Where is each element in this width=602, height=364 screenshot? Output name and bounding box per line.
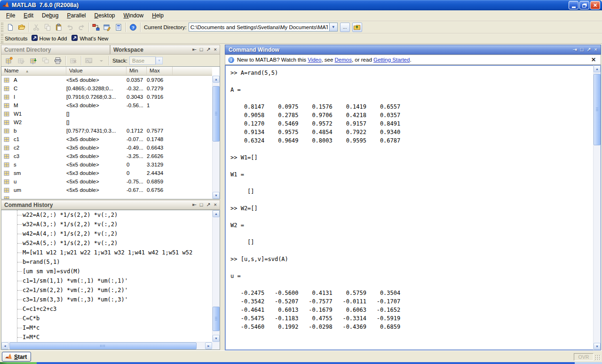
menu-debug[interactable]: Debug	[38, 11, 63, 20]
simulink-icon[interactable]	[90, 22, 102, 32]
copy-variable-icon[interactable]	[40, 55, 52, 66]
close-icon[interactable]: ×	[214, 47, 217, 52]
history-item[interactable]: w42=A(4,:) *1/s(2,2) *v(:,2)	[1, 229, 212, 238]
cut-icon[interactable]	[31, 22, 42, 32]
open-variable-icon[interactable]	[15, 55, 27, 66]
menu-window[interactable]: Window	[119, 11, 148, 20]
command-history-header[interactable]: Command History ⇤ □ ↗ ×	[1, 200, 220, 210]
stack-dropdown-icon[interactable]: ▼	[156, 57, 163, 64]
column-header-value[interactable]: Value	[66, 67, 127, 75]
workspace-scroll-thumb[interactable]	[213, 86, 220, 142]
maximize-icon[interactable]: □	[200, 202, 203, 207]
history-item[interactable]: c3=1/sm(3,3) *vm(:,3) *um(:,3)'	[1, 295, 212, 304]
help-icon[interactable]: ?	[127, 22, 139, 32]
menu-edit[interactable]: Edit	[19, 11, 38, 20]
history-item[interactable]: M=[w11 w12 1;w21 w22 1;w31 w32 1;w41 w42…	[1, 248, 212, 257]
history-item[interactable]: w52=A(5,:) *1/s(2,2) *v(:,2)	[1, 238, 212, 248]
resize-grip[interactable]	[595, 355, 601, 361]
shortcuts-grip[interactable]	[1, 34, 3, 43]
undock-icon[interactable]: ↗	[206, 202, 210, 207]
print-icon[interactable]	[52, 55, 64, 66]
scroll-down-icon[interactable]: ▼	[213, 192, 220, 199]
browse-folder-button[interactable]: ...	[340, 23, 350, 32]
scroll-right-icon[interactable]: ►	[205, 342, 212, 349]
current-directory-dropdown-icon[interactable]: ▼	[330, 23, 338, 32]
history-hscroll-thumb[interactable]	[9, 342, 197, 349]
restore-button[interactable]	[579, 1, 589, 9]
table-row[interactable]: s<5x5 double>03.3129	[1, 160, 212, 169]
table-row[interactable]: M<5x3 double>-0.56...1	[1, 101, 212, 110]
maximize-icon[interactable]: □	[580, 47, 584, 52]
history-item[interactable]: C=c1+c2+c3	[1, 304, 212, 314]
banner-link-video[interactable]: Video	[308, 57, 321, 63]
paste-icon[interactable]	[53, 22, 64, 32]
history-item[interactable]: I=M*C	[1, 332, 212, 342]
copy-icon[interactable]	[42, 22, 53, 32]
redo-icon[interactable]	[76, 22, 87, 32]
plot-dropdown-icon[interactable]	[95, 55, 107, 66]
open-folder-icon[interactable]	[16, 22, 27, 32]
menu-parallel[interactable]: Parallel	[63, 11, 90, 20]
undo-icon[interactable]	[64, 22, 76, 32]
dock-icon[interactable]: ⇥	[572, 47, 577, 52]
banner-link-demos[interactable]: Demos	[335, 57, 352, 63]
banner-link-getting-started[interactable]: Getting Started	[373, 57, 410, 63]
undock-icon[interactable]: ↗	[206, 47, 210, 52]
column-header-name[interactable]: Name▲	[1, 67, 66, 75]
history-scroll-thumb[interactable]	[213, 307, 220, 331]
close-icon[interactable]: ×	[214, 202, 217, 207]
table-row[interactable]: u<5x5 double>-0.75...0.6859	[1, 177, 212, 186]
new-file-icon[interactable]	[5, 22, 16, 32]
table-row[interactable]: sm<5x3 double>02.4434	[1, 169, 212, 177]
undock-icon[interactable]: ↗	[586, 47, 591, 52]
profiler-icon[interactable]	[113, 22, 124, 32]
command-window-text[interactable]: >> A=rand(5,5) A = 0.8147 0.0975 0.1576 …	[225, 65, 593, 350]
table-row[interactable]: c3<3x5 double>-3.25...2.6626	[1, 152, 212, 160]
shortcut-how-to-add[interactable]: How to Add	[32, 35, 67, 42]
table-row[interactable]: A<5x5 double>0.03570.9706	[1, 76, 212, 84]
history-item[interactable]: I=M*c	[1, 323, 212, 332]
up-folder-button[interactable]	[352, 23, 362, 32]
command-window-scroll-thumb[interactable]	[594, 74, 601, 145]
table-row[interactable]: um<5x5 double>-0.67...0.6756	[1, 186, 212, 194]
table-row[interactable]: b[0.7577;0.7431;0.3...0.17120.7577	[1, 127, 212, 135]
toolbar-grip[interactable]	[1, 23, 3, 32]
scroll-up-icon[interactable]: ▲	[213, 76, 220, 83]
new-variable-icon[interactable]	[3, 55, 15, 66]
minimize-button[interactable]	[569, 1, 578, 9]
dock-icon[interactable]: ⇤	[192, 202, 196, 207]
shortcut-what-s-new[interactable]: What's New	[71, 35, 108, 42]
column-header-max[interactable]: Max	[147, 67, 173, 75]
history-item[interactable]: C=C*b	[1, 314, 212, 323]
menu-file[interactable]: File	[2, 11, 19, 20]
command-window-header[interactable]: Command Window ⇥ □ ↗ ×	[225, 45, 601, 55]
scroll-down-icon[interactable]: ▼	[594, 343, 601, 350]
table-row[interactable]: c1<3x5 double>-0.07...0.1748	[1, 135, 212, 143]
scroll-up-icon[interactable]: ▲	[594, 65, 601, 72]
history-item[interactable]: w22=A(2,:) *1/s(2,2) *v(:,2)	[1, 210, 212, 220]
table-row[interactable]: c2<3x5 double>-0.49...0.6643	[1, 143, 212, 152]
workspace-scrollbar[interactable]: ▲ ▼	[212, 76, 220, 199]
menu-desktop[interactable]: Desktop	[90, 11, 119, 20]
delete-variable-icon[interactable]	[67, 55, 79, 66]
start-button[interactable]: Start	[2, 352, 31, 362]
panel-splitter[interactable]	[221, 45, 225, 350]
tab-workspace[interactable]: Workspace ⇤ □ ↗ ×	[110, 45, 220, 55]
history-vscrollbar[interactable]: ▲ ▼	[212, 210, 220, 342]
scroll-up-icon[interactable]: ▲	[213, 210, 220, 217]
close-icon[interactable]: ×	[594, 47, 597, 52]
menu-help[interactable]: Help	[148, 11, 168, 20]
history-item[interactable]: [um sm vm]=svd(M)	[1, 267, 212, 276]
table-row[interactable]: I[0.7916;0.7268;0.3...0.30430.7916	[1, 93, 212, 101]
history-hscrollbar[interactable]: ◄ ►	[1, 342, 212, 349]
history-item[interactable]: c2=1/sm(2,2) *vm(:,2) *um(:,2)'	[1, 285, 212, 295]
scroll-left-icon[interactable]: ◄	[1, 342, 8, 349]
table-row[interactable]: C[0.4865;-0.3288;0...-0.32...0.7279	[1, 84, 212, 93]
tab-current-directory[interactable]: Current Directory	[1, 45, 110, 55]
stack-select[interactable]: Base	[129, 56, 156, 65]
history-item[interactable]: w32=A(3,:) *1/s(2,2) *v(:,2)	[1, 220, 212, 229]
history-item[interactable]: b=rand(5,1)	[1, 257, 212, 267]
banner-close-icon[interactable]: ✕	[591, 56, 598, 63]
guide-icon[interactable]	[102, 22, 113, 32]
column-header-min[interactable]: Min	[127, 67, 147, 75]
